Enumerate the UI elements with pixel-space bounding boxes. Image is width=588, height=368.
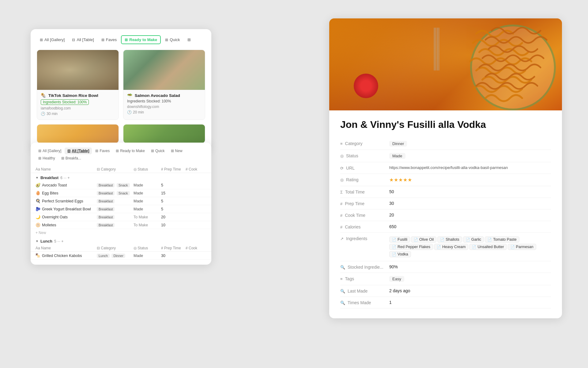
table-tab-faves[interactable]: ⊞ Faves xyxy=(92,148,112,154)
row-status: Made xyxy=(134,207,161,211)
tab-all-table[interactable]: ⊟ All [Table] xyxy=(69,36,97,44)
table-tab-breakfast[interactable]: ⊞ Breakfa... xyxy=(58,155,84,162)
pasta-svg xyxy=(461,21,553,107)
clock-icon-2: 🕐 xyxy=(127,110,132,114)
ingredient-parmesan: 📄Parmesan xyxy=(508,244,536,250)
table-tab-ready[interactable]: ⊞ Ready to Make xyxy=(113,148,148,154)
field-label-ingredients: ↗ Ingredients xyxy=(340,236,389,241)
t-quick-icon: ⊞ xyxy=(151,149,154,153)
field-value-category: Dinner xyxy=(389,141,551,147)
field-stocked: 🔍 Stocked Ingredie... 90% xyxy=(340,261,551,273)
recipe-card-salmon-avocado[interactable]: 🥗 Salmon Avocado Salad Ingredients Stock… xyxy=(123,50,205,120)
field-label-last-made: 🔍 Last Made xyxy=(340,288,389,293)
field-label-status: ◎ Status xyxy=(340,153,389,158)
row-status: To Make xyxy=(134,215,161,219)
field-value-cook-time: 20 xyxy=(389,213,551,217)
field-label-url: ⟳ URL xyxy=(340,165,389,171)
recipe-time: 🕐 30 min xyxy=(41,112,115,116)
ingredient-red-pepper: 📄Red Pepper Flakes xyxy=(389,244,433,250)
recipe-emoji: 🌯 xyxy=(41,93,46,98)
recipe-card-partial-2[interactable] xyxy=(123,124,205,143)
field-tags: ≡ Tags Easy xyxy=(340,273,551,285)
doc-icon-5: 📄 xyxy=(488,238,492,242)
table-header: Aa Name ⊟ Category ◎ Status # Prep Time … xyxy=(31,166,211,173)
table-tabs: ⊞ All [Gallery] ⊟ All [Table] ⊞ Faves ⊞ … xyxy=(31,148,211,162)
field-cook-time: # Cook Time 20 xyxy=(340,209,551,221)
field-label-tags: ≡ Tags xyxy=(340,276,389,281)
col-prep: # Prep Time xyxy=(161,167,186,171)
tab-ready-to-make[interactable]: ⊞ Ready to Make xyxy=(121,35,161,44)
gallery-grid: 🌯 TikTok Salmon Rice Bowl Ingredients St… xyxy=(37,50,205,143)
field-category: ≡ Category Dinner xyxy=(340,138,551,150)
field-value-status: Made xyxy=(389,153,551,159)
recipe-card-salmon-rice[interactable]: 🌯 TikTok Salmon Rice Bowl Ingredients St… xyxy=(37,50,119,120)
partial-image-1 xyxy=(37,125,119,143)
recipe-emoji-2: 🥗 xyxy=(127,93,132,98)
table-tab-quick[interactable]: ⊞ Quick xyxy=(148,148,168,154)
gallery-panel: ⊞ All [Gallery] ⊟ All [Table] ⊞ Faves ⊞ … xyxy=(31,29,211,149)
ingredient-vodka: 📄Vodka xyxy=(389,251,411,257)
table-row-overnight-oats[interactable]: 🌙 Overnight Oats Breakfast To Make 20 xyxy=(31,213,211,221)
sigma-icon: Σ xyxy=(340,190,343,194)
table-row-yogurt-bowl[interactable]: 🫐 Greek Yogurt Breakfast Bowl Breakfast … xyxy=(31,205,211,213)
row-category: Breakfast xyxy=(97,199,134,203)
table-tab-new[interactable]: ⊞ New xyxy=(168,148,185,154)
row-prep: 15 xyxy=(161,191,186,195)
faves-icon: ⊞ xyxy=(101,38,104,42)
tab-more[interactable]: ⊞ xyxy=(184,36,194,44)
table-row-chicken-kabobs[interactable]: 🍢 Grilled Chicken Kabobs Lunch Dinner Ma… xyxy=(31,252,211,260)
field-value-rating: ★★★★★ xyxy=(389,177,551,183)
group-name-breakfast: Breakfast xyxy=(40,175,58,180)
field-value-url[interactable]: https://www.bonappetit.com/recipe/fusill… xyxy=(389,165,551,170)
clock-icon: 🕐 xyxy=(41,112,45,116)
ingredient-heavy-cream: 📄Heavy Cream xyxy=(434,244,468,250)
row-name: 🥚 Egg Bites xyxy=(36,191,97,195)
gallery-tabs: ⊞ All [Gallery] ⊟ All [Table] ⊞ Faves ⊞ … xyxy=(37,35,205,44)
breakfast-group-header: ▼ Breakfast 6 ··· + xyxy=(31,173,211,181)
col-cook: # Cook xyxy=(186,167,204,171)
field-total-time: Σ Total Time 50 xyxy=(340,186,551,198)
tab-all-gallery[interactable]: ⊞ All [Gallery] xyxy=(37,36,68,44)
table-tab-gallery[interactable]: ⊞ All [Gallery] xyxy=(36,148,64,154)
recipe-source-2: downshiftology.com xyxy=(127,105,201,109)
row-prep: 5 xyxy=(161,199,186,203)
row-name: 🌙 Overnight Oats xyxy=(36,215,97,219)
tags-icon: ≡ xyxy=(340,277,343,281)
recipe-name: 🌯 TikTok Salmon Rice Bowl xyxy=(41,93,115,98)
arrow-icon: ↗ xyxy=(340,236,344,241)
t-new-icon: ⊞ xyxy=(171,149,174,153)
doc-icon-7: 📄 xyxy=(437,245,441,249)
col-status-lunch: ◎ Status xyxy=(134,246,161,250)
col-cook-lunch: # Cook xyxy=(186,246,204,250)
table-row-avocado-toast[interactable]: 🥑 Avocado Toast Breakfast Snack Made 5 xyxy=(31,181,211,189)
table-row-scrambled-eggs[interactable]: 🍳 Perfect Scrambled Eggs Breakfast Made … xyxy=(31,197,211,205)
detail-hero-image xyxy=(329,18,562,110)
tab-quick[interactable]: ⊞ Quick xyxy=(162,36,183,44)
search-icon: 🔍 xyxy=(340,265,345,270)
doc-icon-8: 📄 xyxy=(472,245,476,249)
salmon-rice-image xyxy=(37,50,119,90)
add-breakfast-row[interactable]: + New xyxy=(31,229,211,236)
ready-icon: ⊞ xyxy=(125,38,128,42)
recipe-card-body: 🌯 TikTok Salmon Rice Bowl Ingredients St… xyxy=(37,90,119,120)
detail-body: Jon & Vinny's Fusilli alla Vodka ≡ Categ… xyxy=(329,110,562,318)
hash-icon-cook: # xyxy=(340,213,342,218)
category-icon: ≡ xyxy=(340,141,343,146)
last-made-icon: 🔍 xyxy=(340,289,345,293)
table-row-egg-bites[interactable]: 🥚 Egg Bites Breakfast Snack Made 15 xyxy=(31,189,211,197)
doc-icon: 📄 xyxy=(392,238,396,242)
table-row-molletes[interactable]: 🫓 Molletes Breakfast To Make 10 xyxy=(31,221,211,229)
table-tab-healthy[interactable]: ⊞ Healthy xyxy=(36,155,58,162)
doc-icon-10: 📄 xyxy=(392,252,396,256)
doc-icon-6: 📄 xyxy=(392,245,396,249)
field-value-last-made: 2 days ago xyxy=(389,288,551,293)
times-made-icon: 🔍 xyxy=(340,301,345,305)
hash-icon-prep: # xyxy=(340,201,342,206)
row-name: 🫓 Molletes xyxy=(36,223,97,227)
tomato-decoration xyxy=(354,74,378,98)
table-tab-table[interactable]: ⊟ All [Table] xyxy=(65,148,92,154)
t-healthy-icon: ⊞ xyxy=(38,156,41,160)
tab-faves[interactable]: ⊞ Faves xyxy=(98,36,120,44)
recipe-card-partial-1[interactable] xyxy=(37,124,119,143)
row-status-kabobs: Made xyxy=(134,254,161,258)
